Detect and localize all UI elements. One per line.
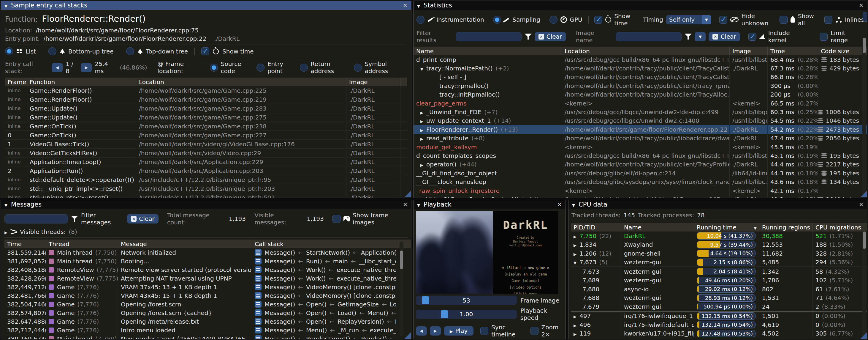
inlines-checkbox[interactable]: [824, 16, 832, 24]
close-icon[interactable]: [859, 2, 864, 9]
table-row[interactable]: 382,574,807nsGame(7,776)Opening /forest.…: [4, 309, 411, 317]
column-header[interactable]: Frame: [5, 78, 27, 86]
table-row[interactable]: 382,647,488nsGame(7,776)Opening /meta/re…: [4, 317, 411, 326]
tree-toggle-icon[interactable]: [420, 135, 423, 142]
scrollbar-thumb[interactable]: [400, 251, 403, 269]
prev-frame-button[interactable]: [416, 326, 427, 336]
tree-toggle-icon[interactable]: [420, 126, 423, 133]
table-row[interactable]: inlineGame::Update()/home/wolf/darkrl/sr…: [5, 104, 407, 113]
call-stack-icon[interactable]: [255, 309, 261, 316]
call-stack-icon[interactable]: [255, 335, 261, 339]
table-row[interactable]: _Unwind_Find_FDE(+7)/usr/src/debug/gcc/l…: [413, 108, 867, 116]
scrollbar[interactable]: [862, 231, 866, 336]
column-header[interactable]: Location: [562, 47, 730, 55]
clear-messages-filter-button[interactable]: Clear: [127, 214, 158, 224]
column-header[interactable]: CPU migrations: [813, 223, 865, 231]
timing-dropdown[interactable]: Self only: [666, 15, 711, 24]
table-row[interactable]: d_print_comp/usr/src/debug/gcc-build/x86…: [413, 55, 867, 64]
clear-image-filter-button[interactable]: Clear: [709, 32, 740, 41]
collapse-icon[interactable]: [4, 201, 7, 208]
column-header[interactable]: Thread: [46, 239, 118, 248]
radio-top-down-tree[interactable]: [126, 47, 134, 55]
column-header[interactable]: Call stack: [252, 239, 396, 248]
playback-speed-slider[interactable]: 1.00: [416, 310, 517, 319]
table-row[interactable]: 2Application::Run()/home/wolf/darkrl/src…: [5, 166, 407, 175]
sync-timeline-checkbox[interactable]: [480, 327, 488, 335]
column-header[interactable]: Running time: [694, 223, 760, 231]
next-stack-button[interactable]: [81, 63, 92, 72]
column-header[interactable]: PID/TID: [571, 223, 621, 231]
zoom-2x-checkbox[interactable]: [530, 327, 538, 335]
prev-stack-button[interactable]: [52, 63, 63, 72]
table-row[interactable]: 389,169,674nsMain thread(7,750)New rende…: [4, 334, 411, 339]
radio-list[interactable]: [5, 47, 13, 55]
tree-toggle-icon[interactable]: [574, 321, 577, 329]
call-stack-icon[interactable]: [255, 258, 261, 264]
table-row[interactable]: __GI_dl_find_dso_for_object/usr/src/debu…: [413, 169, 867, 177]
call-stack-icon[interactable]: [255, 327, 261, 334]
column-header[interactable]: Time: [4, 239, 46, 248]
table-row[interactable]: d_count_templates_scopes/usr/src/debug/g…: [413, 151, 867, 160]
table-row[interactable]: 497irq/176-iwlwifi:queue_1132.15 ms (0.5…: [571, 312, 867, 321]
table-row[interactable]: inlinestd::unique_ptr<>::reset()/usr/inc…: [5, 193, 407, 198]
table-row[interactable]: 381,692,052nsMain thread(7,750)Booting..…: [4, 257, 411, 265]
table-row[interactable]: inlineApplication::InnerLoop()/home/wolf…: [5, 158, 407, 166]
table-row[interactable]: 382,481,766nsGame(7,776)VRAM 43x45: 15 +…: [4, 291, 411, 300]
column-header[interactable]: Image: [730, 47, 768, 55]
column-header[interactable]: Time: [768, 47, 818, 55]
message-filter-input[interactable]: [4, 214, 68, 224]
collapse-icon[interactable]: [417, 201, 420, 208]
table-row[interactable]: inlinestd::default_delete<>::operator()(…: [5, 175, 407, 184]
call-stack-icon[interactable]: [255, 266, 261, 273]
column-header[interactable]: Message: [118, 239, 252, 248]
column-header[interactable]: Code size: [818, 47, 863, 55]
resize-grip[interactable]: [860, 191, 867, 197]
include-kernel-checkbox[interactable]: [748, 33, 756, 41]
column-header[interactable]: Name: [413, 47, 562, 55]
resize-grip[interactable]: [860, 332, 867, 339]
radio-gpu[interactable]: [550, 16, 557, 24]
table-row[interactable]: 7,680async-io29.02 ms (0.12%)80261(7.61%…: [571, 285, 867, 294]
funnel-icon[interactable]: [525, 33, 532, 40]
frame-location-radio[interactable]: [210, 64, 218, 72]
hide-unknown-checkbox[interactable]: [719, 16, 727, 24]
show-time-checkbox[interactable]: [201, 47, 209, 55]
tree-toggle-icon[interactable]: [574, 312, 577, 319]
scrollbar-thumb[interactable]: [863, 231, 866, 249]
resize-grip[interactable]: [404, 332, 411, 339]
table-row[interactable]: 381,559,214nsMain thread(7,750)Network i…: [4, 248, 411, 257]
clear-filter-button[interactable]: Clear: [535, 32, 566, 41]
radio-bottom-up-tree[interactable]: [49, 47, 56, 55]
call-stack-icon[interactable]: [255, 284, 261, 290]
column-header[interactable]: Image: [346, 78, 400, 86]
table-row[interactable]: tracy::NormalizePath()(+2)/home/wolf/dar…: [413, 64, 867, 73]
tree-toggle-icon[interactable]: [420, 196, 423, 198]
scrollbar[interactable]: [862, 37, 866, 194]
radio-instrumentation[interactable]: [416, 16, 425, 24]
collapse-icon[interactable]: [4, 2, 7, 9]
table-row[interactable]: 7,673wezterm-gui2.04 s (8.41%)1,34258(4.…: [571, 267, 867, 276]
next-frame-button[interactable]: [430, 326, 441, 336]
collapse-icon[interactable]: [572, 201, 575, 208]
table-row[interactable]: inlineVideo::GetTicksHiRes()/home/wolf/d…: [5, 149, 407, 158]
image-filter-dropdown[interactable]: [695, 32, 706, 41]
table-row[interactable]: inlinestd::__uniq_ptr_impl<>::reset()/us…: [5, 184, 407, 193]
table-row[interactable]: 7,689wezterm-gui49.46 ms (0.20%)1,786102…: [571, 276, 867, 285]
limit-range-checkbox[interactable]: [819, 33, 828, 41]
table-row[interactable]: operator()(+44)/home/wolf/darkrl/contrib…: [413, 160, 867, 169]
table-row[interactable]: 496irq/175-iwlwifi:default_qu132.14 ms (…: [571, 320, 867, 329]
radio-sampling[interactable]: [493, 16, 501, 24]
expand-icon[interactable]: [4, 228, 7, 235]
table-row[interactable]: 0Game::OnTick()/home/wolf/darkrl/src/gam…: [5, 131, 407, 140]
table-row[interactable]: 7,688wezterm-gui28.93 ms (0.12%)1,53171(…: [571, 294, 867, 303]
tree-toggle-icon[interactable]: [574, 250, 577, 257]
table-row[interactable]: 7,679wezterm-gui500.94 µs (0.00%)242(8.3…: [571, 302, 867, 312]
call-stack-icon[interactable]: [255, 292, 261, 299]
call-stack-icon[interactable]: [255, 249, 261, 256]
table-row[interactable]: 382,504,746nsGame(7,776)Opening /forest.…: [4, 300, 411, 309]
table-row[interactable]: clear_page_erms<kernel><kernel>66.5 ms(0…: [413, 99, 867, 108]
table-row[interactable]: 1VideoGLBase::Tick()/home/wolf/darkrl/sr…: [5, 140, 407, 149]
frame-location-radio[interactable]: [300, 64, 308, 72]
table-row[interactable]: inlineGame::Update()/home/wolf/darkrl/sr…: [5, 113, 407, 122]
table-row[interactable]: tracy::rpmalloc()/home/wolf/darkrl/contr…: [413, 81, 867, 90]
